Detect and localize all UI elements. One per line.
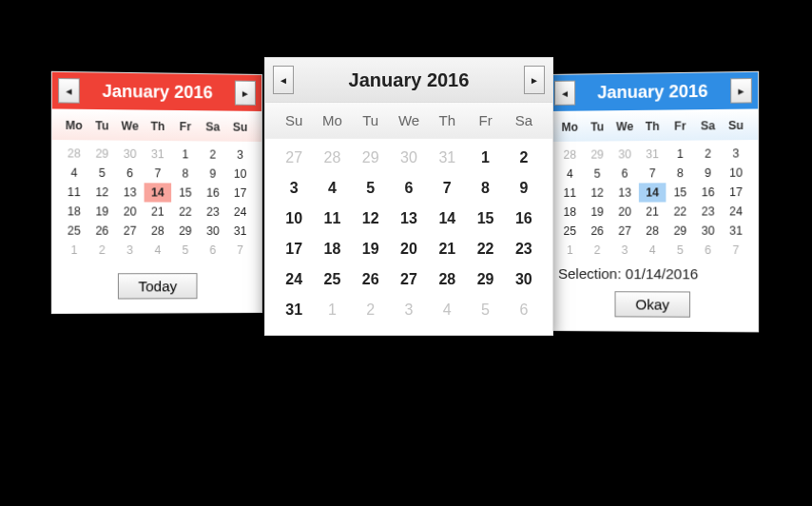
day-cell[interactable]: 31 (722, 221, 749, 240)
day-cell[interactable]: 2 (694, 144, 722, 163)
day-cell[interactable]: 14 (144, 183, 171, 202)
day-cell[interactable]: 6 (694, 241, 722, 260)
day-cell[interactable]: 6 (390, 173, 428, 204)
day-cell[interactable]: 13 (611, 183, 639, 202)
today-button[interactable]: Today (118, 273, 198, 299)
day-cell[interactable]: 8 (466, 173, 504, 204)
day-cell[interactable]: 22 (171, 203, 199, 222)
day-cell[interactable]: 1 (171, 145, 199, 164)
okay-button[interactable]: Okay (615, 291, 689, 318)
day-cell[interactable]: 31 (639, 145, 667, 164)
day-cell[interactable]: 29 (88, 144, 116, 163)
day-cell[interactable]: 28 (639, 222, 667, 241)
prev-month-button[interactable]: ◄ (554, 81, 575, 106)
day-cell[interactable]: 29 (584, 145, 611, 164)
day-cell[interactable]: 15 (171, 183, 199, 202)
day-cell[interactable]: 15 (667, 183, 694, 202)
day-cell[interactable]: 6 (116, 164, 144, 183)
day-cell[interactable]: 2 (584, 241, 611, 260)
day-cell[interactable]: 7 (144, 164, 171, 183)
day-cell[interactable]: 26 (88, 222, 116, 241)
day-cell[interactable]: 14 (639, 183, 667, 202)
day-cell[interactable]: 5 (171, 241, 199, 260)
day-cell[interactable]: 3 (226, 146, 254, 165)
day-cell[interactable]: 24 (722, 202, 749, 221)
day-cell[interactable]: 30 (199, 222, 226, 241)
day-cell[interactable]: 23 (199, 203, 226, 222)
day-cell[interactable]: 6 (199, 241, 226, 260)
day-cell[interactable]: 10 (226, 165, 254, 184)
day-cell[interactable]: 4 (639, 241, 667, 260)
day-cell[interactable]: 25 (60, 221, 87, 240)
day-cell[interactable]: 5 (352, 173, 390, 204)
day-cell[interactable]: 4 (428, 295, 466, 325)
day-cell[interactable]: 20 (116, 202, 144, 221)
day-cell[interactable]: 26 (352, 264, 390, 295)
day-cell[interactable]: 28 (60, 144, 87, 164)
day-cell[interactable]: 16 (694, 183, 722, 202)
next-month-button[interactable]: ► (235, 81, 256, 106)
day-cell[interactable]: 2 (199, 145, 226, 164)
day-cell[interactable]: 8 (667, 164, 694, 183)
day-cell[interactable]: 21 (144, 202, 171, 221)
day-cell[interactable]: 20 (390, 234, 428, 264)
day-cell[interactable]: 7 (226, 241, 254, 260)
day-cell[interactable]: 12 (88, 183, 116, 202)
day-cell[interactable]: 16 (199, 184, 226, 203)
prev-month-button[interactable]: ◄ (273, 66, 294, 94)
day-cell[interactable]: 2 (88, 241, 116, 260)
day-cell[interactable]: 6 (611, 164, 639, 183)
day-cell[interactable]: 18 (313, 234, 351, 264)
day-cell[interactable]: 23 (694, 202, 722, 221)
day-cell[interactable]: 5 (667, 241, 694, 260)
day-cell[interactable]: 30 (611, 145, 639, 164)
day-cell[interactable]: 29 (667, 222, 694, 241)
day-cell[interactable]: 28 (428, 264, 466, 295)
day-cell[interactable]: 10 (275, 204, 313, 234)
day-cell[interactable]: 28 (144, 222, 171, 241)
day-cell[interactable]: 5 (584, 165, 611, 184)
day-cell[interactable]: 3 (116, 241, 144, 260)
day-cell[interactable]: 31 (428, 143, 466, 173)
day-cell[interactable]: 30 (505, 264, 543, 295)
day-cell[interactable]: 19 (352, 234, 390, 264)
day-cell[interactable]: 27 (390, 264, 428, 295)
day-cell[interactable]: 24 (275, 264, 313, 295)
day-cell[interactable]: 27 (116, 222, 144, 241)
day-cell[interactable]: 19 (88, 202, 116, 221)
day-cell[interactable]: 7 (722, 241, 749, 260)
day-cell[interactable]: 1 (313, 295, 351, 325)
day-cell[interactable]: 22 (667, 202, 694, 221)
day-cell[interactable]: 21 (639, 202, 667, 221)
day-cell[interactable]: 6 (505, 295, 543, 325)
day-cell[interactable]: 12 (352, 204, 390, 234)
day-cell[interactable]: 18 (60, 202, 87, 221)
day-cell[interactable]: 25 (556, 222, 584, 241)
day-cell[interactable]: 30 (694, 222, 722, 241)
day-cell[interactable]: 30 (390, 143, 428, 173)
day-cell[interactable]: 20 (611, 203, 639, 222)
day-cell[interactable]: 27 (611, 222, 639, 241)
day-cell[interactable]: 3 (390, 295, 428, 325)
day-cell[interactable]: 1 (556, 241, 584, 260)
day-cell[interactable]: 29 (466, 264, 504, 295)
day-cell[interactable]: 11 (313, 204, 351, 234)
day-cell[interactable]: 29 (171, 222, 199, 241)
day-cell[interactable]: 13 (116, 183, 144, 202)
day-cell[interactable]: 17 (722, 183, 749, 202)
day-cell[interactable]: 9 (199, 165, 226, 184)
day-cell[interactable]: 9 (505, 173, 543, 204)
prev-month-button[interactable]: ◄ (58, 78, 80, 104)
next-month-button[interactable]: ► (730, 78, 752, 104)
day-cell[interactable]: 17 (226, 184, 254, 203)
day-cell[interactable]: 3 (611, 241, 639, 260)
day-cell[interactable]: 14 (428, 204, 466, 234)
day-cell[interactable]: 26 (584, 222, 611, 241)
day-cell[interactable]: 16 (505, 204, 543, 234)
day-cell[interactable]: 10 (722, 163, 749, 182)
day-cell[interactable]: 19 (584, 203, 611, 222)
day-cell[interactable]: 15 (466, 204, 504, 234)
day-cell[interactable]: 29 (352, 143, 390, 173)
day-cell[interactable]: 1 (667, 145, 694, 164)
day-cell[interactable]: 22 (466, 234, 504, 264)
